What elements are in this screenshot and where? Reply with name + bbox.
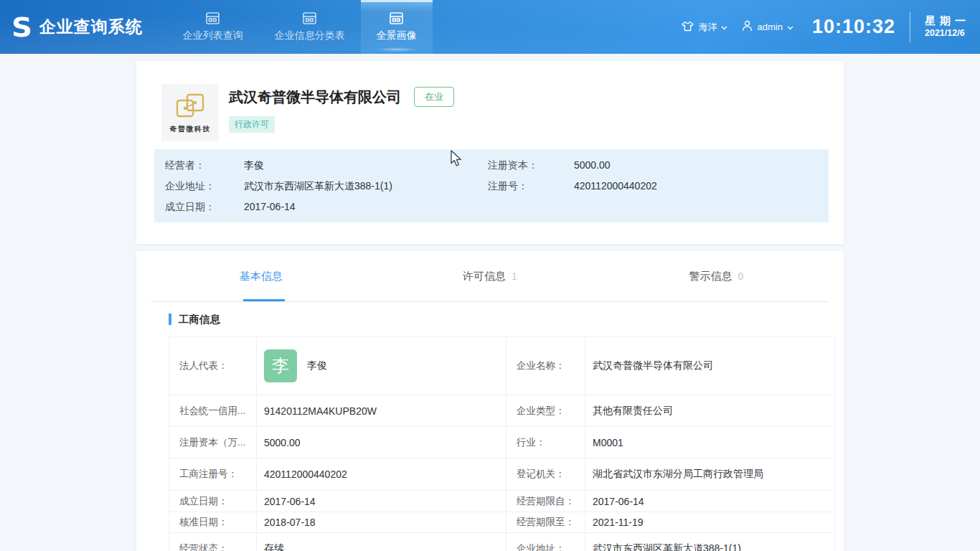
company-logo-caption: 奇普微科技 (169, 124, 211, 134)
summary-value: 武汉市东西湖区革新大道388-1(1) (244, 176, 392, 197)
row-label: 经营期限自： (507, 491, 585, 512)
summary-label: 成立日期： (165, 197, 244, 217)
app-logo-icon: S (11, 14, 32, 40)
summary-label: 注册号： (488, 176, 574, 197)
summary-label: 注册资本： (488, 155, 574, 176)
summary-row: 注册号： 420112000440202 (488, 176, 829, 197)
app-brand: S 企业查询系统 (0, 0, 143, 54)
tab-label: 警示信息 (689, 270, 732, 283)
summary-row: 注册资本： 5000.00 (488, 155, 829, 176)
company-logo-icon (174, 92, 206, 122)
date: 2021/12/6 (925, 28, 970, 39)
table-row: 工商注册号： 420112000440202 登记机关： 湖北省武汉市东湖分局工… (169, 458, 835, 491)
row-value: 91420112MA4KUPB20W (257, 395, 507, 427)
tab-warning-info[interactable]: 警示信息 0 (603, 251, 829, 301)
nav-item-panorama[interactable]: 全景画像 (361, 0, 433, 54)
summary-label: 经营者： (165, 155, 244, 176)
business-info-table: 法人代表： 李 李俊 企业名称： 武汉奇普微半导体有限公司 社会统一信用... … (169, 336, 835, 551)
legal-rep-name: 李俊 (307, 359, 327, 372)
table-row: 核准日期： 2018-07-18 经营期限至： 2021-11-19 (169, 512, 835, 533)
company-info: 武汉奇普微半导体有限公司 在业 行政许可 (229, 84, 454, 141)
detail-card: 基本信息 许可信息 1 警示信息 0 工商信息 法人代表： 李 李俊 企业名称：… (136, 251, 844, 551)
summary-row: 经营者： 李俊 (165, 155, 488, 176)
row-label: 企业类型： (507, 395, 585, 427)
status-badge: 在业 (414, 87, 454, 107)
date-block: 星期一 2021/12/6 (925, 14, 970, 39)
theme-selector[interactable]: 海洋 (682, 21, 727, 34)
nav-item-company-classification[interactable]: 企业信息分类表 (259, 0, 361, 54)
app-title: 企业查询系统 (39, 16, 143, 38)
summary-value: 2017-06-14 (244, 197, 296, 217)
row-value: 2017-06-14 (257, 491, 507, 512)
theme-name: 海洋 (698, 21, 717, 34)
row-label: 核准日期： (169, 512, 257, 533)
section-title: 工商信息 (179, 313, 220, 326)
nav-item-label: 企业列表查询 (183, 29, 243, 42)
row-label: 登记机关： (507, 458, 585, 491)
window-icon (303, 12, 316, 24)
table-row: 注册资本（万... 5000.00 行业： M0001 (169, 427, 835, 458)
user-icon (742, 20, 753, 34)
row-value: M0001 (585, 427, 835, 458)
company-card: 奇普微科技 武汉奇普微半导体有限公司 在业 行政许可 经营者： 李俊 企业地址：… (136, 61, 844, 244)
row-label: 工商注册号： (169, 458, 257, 491)
tshirt-icon (682, 21, 694, 34)
summary-label: 企业地址： (165, 176, 244, 197)
row-label: 成立日期： (169, 491, 257, 512)
row-value: 2017-06-14 (585, 491, 835, 512)
company-summary: 经营者： 李俊 企业地址： 武汉市东西湖区革新大道388-1(1) 成立日期： … (154, 149, 829, 222)
row-value: 武汉奇普微半导体有限公司 (585, 337, 835, 395)
top-header: S 企业查询系统 企业列表查询 企业信息分类表 (0, 0, 980, 54)
username: admin (757, 22, 782, 32)
main-nav: 企业列表查询 企业信息分类表 全景画像 (167, 0, 433, 54)
tab-label: 基本信息 (240, 270, 283, 283)
nav-item-company-list[interactable]: 企业列表查询 (167, 0, 259, 54)
summary-row: 成立日期： 2017-06-14 (165, 197, 488, 217)
row-label: 企业地址： (507, 533, 585, 551)
row-value: 2021-11-19 (585, 512, 835, 533)
section-accent-bar (169, 314, 171, 325)
window-icon (206, 12, 220, 24)
window-icon (390, 12, 403, 24)
company-name: 武汉奇普微半导体有限公司 (229, 88, 401, 107)
row-value: 2018-07-18 (257, 512, 507, 533)
header-right: 海洋 admin 10:10:32 星期一 2021/12/6 (682, 0, 980, 54)
row-label: 社会统一信用... (169, 395, 257, 427)
tab-basic-info[interactable]: 基本信息 (151, 251, 377, 301)
table-row: 成立日期： 2017-06-14 经营期限自： 2017-06-14 (169, 491, 835, 512)
row-label: 注册资本（万... (169, 427, 257, 458)
row-label: 经营期限至： (507, 512, 585, 533)
row-value: 存续 (257, 533, 507, 551)
summary-value: 5000.00 (574, 155, 611, 176)
row-value: 武汉市东西湖区革新大道388-1(1) (585, 533, 835, 551)
row-label: 行业： (507, 427, 585, 458)
row-value: 5000.00 (257, 427, 507, 458)
nav-item-label: 企业信息分类表 (275, 29, 345, 42)
nav-item-label: 全景画像 (377, 29, 417, 42)
row-label: 法人代表： (169, 337, 257, 395)
company-tag-admin-license[interactable]: 行政许可 (229, 116, 275, 133)
summary-value: 420112000440202 (574, 176, 657, 197)
tab-label: 许可信息 (463, 270, 506, 283)
legal-rep-avatar: 李 (264, 349, 297, 382)
table-row: 社会统一信用... 91420112MA4KUPB20W 企业类型： 其他有限责… (169, 395, 835, 427)
section-head: 工商信息 (169, 314, 829, 325)
tab-count: 1 (512, 270, 517, 282)
tab-license-info[interactable]: 许可信息 1 (377, 251, 603, 301)
summary-left-column: 经营者： 李俊 企业地址： 武汉市东西湖区革新大道388-1(1) 成立日期： … (154, 155, 488, 217)
tab-count: 0 (738, 270, 743, 282)
row-label: 企业名称： (507, 337, 585, 395)
user-menu[interactable]: admin (742, 20, 793, 34)
company-head: 奇普微科技 武汉奇普微半导体有限公司 在业 行政许可 (161, 84, 826, 141)
row-value: 其他有限责任公司 (585, 395, 835, 427)
chevron-down-icon (721, 22, 727, 32)
header-divider (910, 12, 910, 42)
summary-right-column: 注册资本： 5000.00 注册号： 420112000440202 (488, 155, 829, 217)
table-row: 法人代表： 李 李俊 企业名称： 武汉奇普微半导体有限公司 (169, 337, 835, 395)
weekday: 星期一 (925, 14, 970, 28)
company-logo: 奇普微科技 (161, 84, 219, 141)
summary-row: 企业地址： 武汉市东西湖区革新大道388-1(1) (165, 176, 488, 197)
detail-tabs: 基本信息 许可信息 1 警示信息 0 (151, 251, 829, 302)
row-label: 经营状态： (169, 533, 257, 551)
row-value: 湖北省武汉市东湖分局工商行政管理局 (585, 458, 835, 491)
